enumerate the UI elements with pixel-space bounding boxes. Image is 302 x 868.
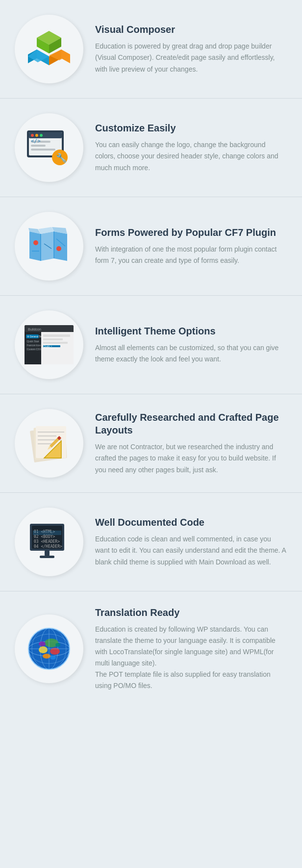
visual-composer-desc: Education is powered by great drag and d… xyxy=(95,41,287,75)
code-icon: 01 <HTML> 02 <BODY> 03 <HEADER> 04 </HEA… xyxy=(26,521,73,563)
page-layouts-desc: We are not Contractor, but we researched… xyxy=(95,441,287,475)
feature-item-translation: Translation Ready Education is created b… xyxy=(0,591,302,707)
cf7-title: Forms Powered by Popular CF7 Plugin xyxy=(95,226,287,239)
svg-text:🔧: 🔧 xyxy=(56,153,67,163)
code-text: Well Documented Code Education code is c… xyxy=(95,516,287,567)
svg-point-82 xyxy=(39,646,48,653)
feature-list: Visual Composer Education is powered by … xyxy=(0,0,302,707)
feature-item-page-layouts: Carefully Researched and Crafted Page La… xyxy=(0,394,302,493)
theme-options-text: Intelligent Theme Options Almost all ele… xyxy=(95,325,287,365)
svg-text:</>: </> xyxy=(31,138,41,144)
translation-icon xyxy=(25,624,74,673)
svg-point-84 xyxy=(43,654,50,659)
svg-rect-50 xyxy=(43,334,70,337)
svg-rect-74 xyxy=(40,556,54,558)
feature-item-cf7: Forms Powered by Popular CF7 Plugin With… xyxy=(0,197,302,296)
svg-rect-52 xyxy=(43,342,68,344)
translation-text: Translation Ready Education is created b… xyxy=(95,606,287,692)
svg-rect-51 xyxy=(43,338,63,340)
customize-text: Customize Easily You can easily change t… xyxy=(95,122,287,173)
customize-desc: You can easily change the logo, change t… xyxy=(95,139,287,173)
feature-item-code: 01 <HTML> 02 <BODY> 03 <HEADER> 04 </HEA… xyxy=(0,493,302,591)
svg-rect-17 xyxy=(31,145,46,147)
visual-composer-title: Visual Composer xyxy=(95,23,287,36)
page-layouts-icon xyxy=(27,421,71,465)
svg-rect-73 xyxy=(45,551,50,556)
svg-point-85 xyxy=(50,656,56,660)
svg-marker-22 xyxy=(29,231,41,261)
svg-text:Buildcon: Buildcon xyxy=(28,328,41,331)
svg-text:02 <BODY>: 02 <BODY> xyxy=(34,535,55,539)
feature-item-customize: </> 🔧 Customize Easily You can easily ch… xyxy=(0,99,302,197)
svg-rect-75 xyxy=(33,531,61,535)
cf7-desc: With integration of one the most popular… xyxy=(95,244,287,266)
feature-item-theme-options: Buildcon ⚙ General Settings Quick Start … xyxy=(0,296,302,394)
theme-options-icon-circle: Buildcon ⚙ General Settings Quick Start … xyxy=(15,310,83,379)
customize-title: Customize Easily xyxy=(95,122,287,134)
svg-text:Quick Start: Quick Start xyxy=(27,340,39,343)
customize-icon: </> 🔧 xyxy=(25,128,74,167)
visual-composer-icon-circle xyxy=(15,15,83,83)
svg-text:03 <HEADER>: 03 <HEADER> xyxy=(34,539,60,544)
theme-options-icon: Buildcon ⚙ General Settings Quick Start … xyxy=(22,323,76,367)
svg-text:Quick >: Quick > xyxy=(44,345,52,348)
code-title: Well Documented Code xyxy=(95,516,287,529)
svg-rect-18 xyxy=(31,149,55,151)
theme-options-desc: Almost all elements can be customized, s… xyxy=(95,342,287,365)
svg-point-87 xyxy=(55,643,60,647)
cf7-icon-circle xyxy=(15,212,83,281)
page-layouts-icon-circle xyxy=(15,409,83,478)
svg-point-86 xyxy=(39,641,46,646)
translation-desc: Education is created by following WP sta… xyxy=(95,624,287,692)
customize-icon-circle: </> 🔧 xyxy=(15,113,83,182)
cf7-text: Forms Powered by Popular CF7 Plugin With… xyxy=(95,226,287,266)
svg-text:04 </HEADER>: 04 </HEADER> xyxy=(34,544,62,549)
svg-text:Favicon Icon: Favicon Icon xyxy=(27,344,41,347)
svg-point-15 xyxy=(40,134,43,137)
svg-point-14 xyxy=(35,134,38,137)
page-layouts-text: Carefully Researched and Crafted Page La… xyxy=(95,411,287,475)
translation-icon-circle xyxy=(15,614,83,683)
code-icon-circle: 01 <HTML> 02 <BODY> 03 <HEADER> 04 </HEA… xyxy=(15,508,83,576)
code-desc: Education code is clean and well com­men… xyxy=(95,534,287,567)
page-layouts-title: Carefully Researched and Crafted Page La… xyxy=(95,411,287,436)
visual-composer-icon xyxy=(27,27,71,71)
feature-item-visual-composer: Visual Composer Education is powered by … xyxy=(0,0,302,99)
theme-options-title: Intelligent Theme Options xyxy=(95,325,287,337)
translation-title: Translation Ready xyxy=(95,606,287,619)
svg-point-13 xyxy=(31,134,34,137)
svg-text:Custom CSS: Custom CSS xyxy=(27,348,42,351)
cf7-icon xyxy=(27,224,71,268)
visual-composer-text: Visual Composer Education is powered by … xyxy=(95,23,287,75)
